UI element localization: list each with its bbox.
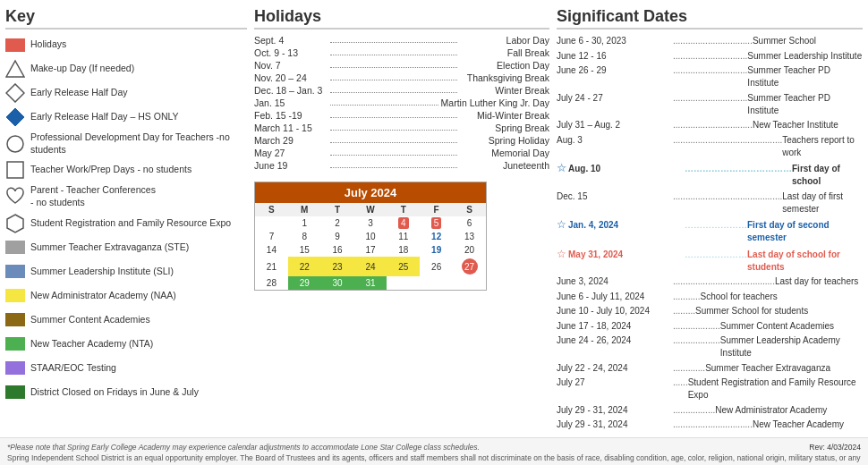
cal-day: 25: [387, 257, 420, 276]
heart-outline-icon: [5, 187, 25, 207]
holiday-date-0: Sept. 4: [254, 35, 328, 46]
holiday-date-6: Feb. 15 -19: [254, 110, 328, 121]
sig-name-3: Summer Teacher PD Institute: [747, 92, 863, 117]
swatch-staar: [5, 361, 25, 375]
holiday-dots-1: [330, 48, 457, 55]
cal-day: 28: [255, 276, 288, 290]
sig-dots-2ndsem: …………………: [685, 219, 747, 232]
cal-day: [420, 276, 453, 290]
sig-dots-4: ................................: [673, 119, 753, 131]
cal-day: [387, 276, 420, 290]
sig-item-lastday: ☆ May 31, 2024 ………………… Last day of schoo…: [557, 247, 863, 274]
sig-dots-11: ...................: [673, 334, 720, 347]
sig-date-4: July 31 – Aug. 2: [557, 119, 673, 131]
sig-date-3: July 24 - 27: [557, 92, 673, 105]
key-icon-early-release: [5, 83, 25, 103]
sig-name-4: New Teacher Institute: [753, 119, 863, 131]
sig-item-5: Aug. 3 .................................…: [557, 134, 863, 159]
star-outline-icon: ☆: [557, 161, 566, 176]
square-outline-icon: [5, 160, 25, 180]
key-item-staar: STAAR/EOC Testing: [5, 359, 247, 378]
cal-day: 30: [321, 276, 354, 290]
key-item-makeup: Make-up Day (If needed): [5, 59, 247, 79]
key-label-student-reg: Student Registration and Family Resource…: [30, 217, 231, 230]
key-label-early-release: Early Release Half Day: [30, 87, 128, 99]
key-item-early-release-hs: Early Release Half Day – HS ONLY: [5, 107, 247, 127]
cal-day: 11: [387, 230, 420, 243]
key-label-nta: New Teacher Academy (NTA): [30, 338, 153, 351]
svg-point-3: [7, 136, 23, 152]
sig-item-7: June 3, 2024 ...........................…: [557, 275, 863, 288]
sig-item-12: July 22 - 24, 2024 ............. Summer …: [557, 362, 863, 375]
sig-date-14: July 29 - 31, 2024: [557, 404, 673, 417]
sig-name-2: Summer Teacher PD Institute: [747, 64, 863, 89]
key-label-teacher-work: Teacher Work/Prep Days - no students: [30, 164, 191, 176]
circle-outline-icon: [5, 134, 25, 154]
holiday-date-2: Nov. 7: [254, 60, 328, 71]
cal-week-5: 28 29 30 31: [255, 276, 486, 290]
key-icon-closed-fri: [5, 383, 25, 402]
cal-day: 5: [420, 216, 453, 230]
cal-day: 13: [453, 230, 486, 243]
holiday-item-5: Jan. 15 Martin Luther King Jr. Day: [254, 97, 549, 108]
holiday-dots-3: [330, 73, 457, 80]
sig-name-firstday: First day of school: [792, 163, 863, 188]
cal-dow-4: T: [387, 203, 420, 216]
sig-dots-1: ..............................: [673, 50, 747, 63]
cal-dow-5: F: [420, 203, 453, 216]
cal-day: 27: [453, 257, 486, 276]
sig-dots-15: ................................: [673, 418, 753, 431]
sig-name-14: New Administrator Academy: [715, 404, 863, 417]
footer-eeo: Spring Independent School District is an…: [7, 452, 861, 465]
sig-name-0: Summer School: [753, 35, 863, 47]
key-label-holidays: Holidays: [30, 38, 66, 51]
sig-item-2ndsem: ☆ Jan. 4, 2024 ………………… First day of seco…: [557, 217, 863, 244]
holidays-title: Holidays: [254, 7, 549, 30]
svg-marker-2: [6, 108, 24, 126]
key-label-sli: Summer Leadership Institute (SLI): [30, 266, 174, 278]
key-label-early-release-hs: Early Release Half Day – HS ONLY: [30, 111, 179, 123]
calendar-wrapper: July 2024 S M T W T F S: [254, 182, 487, 291]
key-icon-holidays: [5, 35, 25, 55]
key-label-ste: Summer Teacher Extravaganza (STE): [30, 241, 189, 254]
key-item-early-release: Early Release Half Day: [5, 83, 247, 103]
holiday-date-7: March 11 - 15: [254, 123, 328, 133]
sig-name-5: Teachers report to work: [782, 134, 863, 159]
sig-name-8: School for teachers: [701, 291, 863, 303]
holiday-item-10: June 19 Juneteenth: [254, 160, 549, 171]
holidays-section: Holidays Sept. 4 Labor Day Oct. 9 - 13 F…: [254, 7, 549, 434]
sig-date-10: June 17 - 18, 2024: [557, 320, 673, 333]
holiday-name-6: Mid-Winter Break: [460, 110, 549, 121]
cal-day: 12: [420, 230, 453, 243]
sig-name-1: Summer Leadership Institute: [747, 50, 863, 63]
cal-dow-3: W: [354, 203, 387, 216]
cal-day: 10: [354, 230, 387, 243]
calendar-header: July 2024: [255, 182, 486, 203]
sig-date-9: June 10 - July 10, 2024: [557, 305, 673, 317]
holiday-name-10: Juneteenth: [460, 160, 549, 171]
svg-rect-4: [7, 162, 23, 178]
sig-dots-6: ........................................…: [673, 190, 782, 203]
holiday-date-3: Nov. 20 – 24: [254, 72, 328, 83]
cal-day: 31: [354, 276, 387, 290]
svg-marker-1: [6, 84, 24, 102]
cal-day: 19: [420, 243, 453, 257]
key-icon-makeup: [5, 59, 25, 79]
sig-dots-2: ..............................: [673, 64, 747, 77]
sig-dots-3: ..............................: [673, 92, 747, 105]
key-label-makeup: Make-up Day (If needed): [30, 63, 134, 75]
sig-name-7: Last day for teachers: [775, 275, 863, 288]
key-icon-nta: [5, 334, 25, 354]
star-orange-icon: ☆: [557, 247, 566, 262]
cal-day: 22: [288, 257, 321, 276]
sig-dots-8: ...........: [673, 291, 701, 303]
holiday-item-7: March 11 - 15 Spring Break: [254, 123, 549, 133]
holiday-dots-2: [330, 61, 457, 68]
holiday-dots-4: [330, 86, 457, 93]
cal-dow-0: S: [255, 203, 288, 216]
cal-day: 23: [321, 257, 354, 276]
key-section: Key Holidays Make-up Day (If: [5, 7, 247, 434]
cal-dow-1: M: [288, 203, 321, 216]
cal-week-4: 21 22 23 24 25 26 27: [255, 257, 486, 276]
star-blue-icon: ☆: [557, 217, 566, 232]
